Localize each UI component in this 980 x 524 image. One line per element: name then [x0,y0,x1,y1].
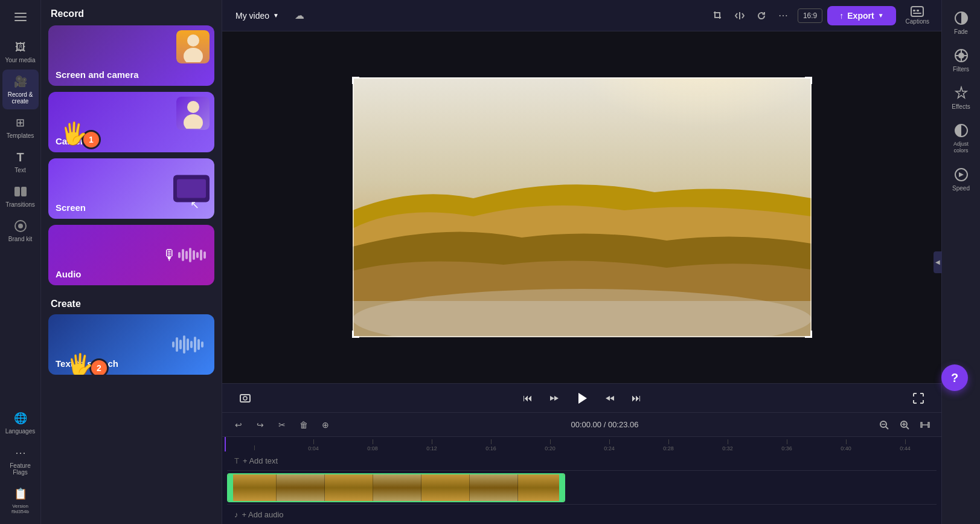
clip-handle-left[interactable] [228,474,233,501]
svg-rect-12 [193,250,195,260]
cloud-icon: ☁ [295,10,304,21]
ruler-tick-9: 0:36 [757,439,816,451]
text-icon: T [13,150,28,164]
rotate-button[interactable] [752,6,771,25]
collapse-panel-arrow[interactable]: ◀ [934,251,942,273]
svg-rect-16 [172,341,175,348]
tts-card[interactable]: Text to speech 🖐 2 [48,314,214,375]
playback-center: ⏮ ⏭ [517,386,647,410]
sidebar-item-brand-kit[interactable]: Brand kit [2,214,39,247]
screen-and-camera-card[interactable]: Screen and camera [48,25,214,86]
sidebar-item-record-create[interactable]: 🎥 Record & create [2,70,39,109]
tick-line [313,439,314,444]
create-label: Create [41,291,222,314]
sidebar-item-label: Feature Flags [5,462,36,476]
tick-label: 0:36 [781,445,792,451]
menu-button[interactable] [2,5,39,29]
skip-back-button[interactable]: ⏮ [517,387,539,409]
redo-button[interactable]: ↪ [251,416,269,434]
svg-line-40 [906,427,909,429]
sidebar-item-version[interactable]: 📋 Version f9d354b [2,482,39,519]
svg-rect-14 [200,250,202,260]
sidebar-item-feature-flags[interactable]: ⋯ Feature Flags [2,441,39,480]
version-icon: 📋 [13,487,28,501]
screen-card[interactable]: Screen ↖ [48,158,214,219]
audio-card[interactable]: Audio 🎙 [48,225,214,285]
sidebar-item-transitions[interactable]: Transitions [2,180,39,213]
play-button[interactable] [570,386,594,410]
effects-effect[interactable]: Effects [944,80,979,115]
playback-left [234,387,256,409]
cloud-icon-button[interactable]: ☁ [290,6,309,25]
text-track: T + Add text [227,451,937,471]
svg-rect-18 [179,340,182,349]
camera-card[interactable]: Camera 🖐 1 [48,92,214,152]
add-audio-button[interactable]: ♪ + Add audio [229,508,289,522]
sidebar-item-templates[interactable]: ⊞ Templates [2,111,39,144]
more-options-button[interactable]: ⋯ [773,6,793,25]
svg-point-6 [187,101,199,113]
templates-icon: ⊞ [13,115,28,130]
svg-point-4 [187,34,199,47]
export-button[interactable]: ↑ Export ▼ [827,6,895,25]
feature-flags-icon: ⋯ [13,445,28,460]
screen-label: Screen [56,202,86,213]
rewind-button[interactable] [543,387,565,409]
tick-line [787,439,787,444]
svg-rect-19 [183,335,185,354]
tick-line [609,439,610,444]
cut-button[interactable]: ✂ [273,416,291,434]
screenshot-button[interactable] [234,387,256,409]
sidebar-item-languages[interactable]: 🌐 Languages [2,406,39,439]
playhead[interactable] [225,437,226,451]
aspect-ratio-badge[interactable]: 16:9 [798,8,822,23]
svg-rect-1 [21,187,27,196]
corner-handle-br[interactable] [805,331,812,338]
ruler-ticks: 0:04 0:08 0:12 0:16 0:20 [222,437,941,451]
playback-controls: ⏮ ⏭ [222,383,941,412]
svg-rect-26 [913,10,915,11]
corner-handle-tl[interactable] [352,77,359,84]
video-clip[interactable] [227,473,565,502]
forward-button[interactable] [599,387,621,409]
video-track [227,471,937,505]
svg-point-45 [958,53,964,59]
sidebar-item-text[interactable]: T Text [2,145,39,178]
add-text-button[interactable]: T + Add text [229,454,283,468]
fade-effect[interactable]: Fade [944,5,979,40]
timeline-section: ↩ ↪ ✂ 🗑 ⊕ 00:00.00 / 00:23.06 [222,412,941,524]
duplicate-button[interactable]: ⊕ [316,416,335,434]
ruler-tick-1: 0:04 [284,439,343,451]
undo-button[interactable]: ↩ [229,416,248,434]
svg-rect-9 [182,249,184,261]
video-canvas [353,77,812,337]
delete-button[interactable]: 🗑 [295,416,313,434]
clip-thumb-3 [325,474,373,501]
canvas-area [222,31,941,383]
corner-handle-tr[interactable] [805,77,812,84]
crop-button[interactable] [708,6,728,25]
skip-forward-button[interactable]: ⏭ [626,387,647,409]
sidebar-item-your-media[interactable]: 🖼 Your media [2,35,39,68]
record-panel-title: Record [41,0,222,25]
captions-button[interactable]: Captions [901,4,934,27]
svg-point-3 [18,224,23,228]
help-button[interactable]: ? [941,364,968,391]
record-panel: Record Screen and camera Camera 🖐 1 [41,0,222,524]
clip-thumb-7 [518,474,565,501]
adjust-colors-effect[interactable]: Adjust colors [944,117,979,159]
clip-handle-right[interactable] [559,474,564,501]
your-media-icon: 🖼 [13,40,28,54]
speed-effect[interactable]: Speed [944,161,979,196]
tick-line [728,439,728,444]
corner-handle-bl[interactable] [352,331,359,338]
video-title-button[interactable]: My video ▼ [229,7,285,24]
fullscreen-button[interactable] [908,387,929,409]
tick-line [432,439,432,444]
filters-effect[interactable]: Filters [944,42,979,77]
fit-timeline-button[interactable] [916,416,934,434]
desert-scene [353,77,812,337]
zoom-in-button[interactable] [895,416,914,434]
zoom-out-button[interactable] [875,416,893,434]
flip-button[interactable] [730,6,749,25]
